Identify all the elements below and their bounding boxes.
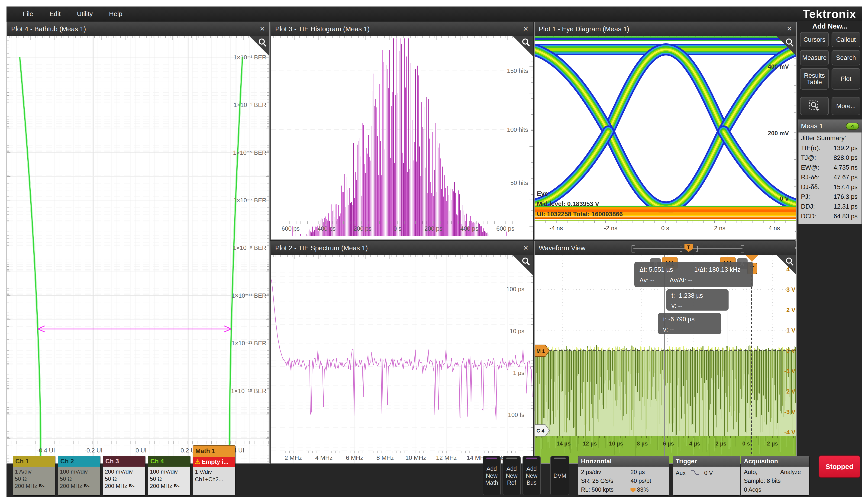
math1-badge[interactable]: Math 1 ⚠ Empty i... 1 V/div Ch1+Ch2... bbox=[193, 445, 235, 495]
add-new-bus-button[interactable]: Add New Bus bbox=[523, 456, 541, 495]
close-icon[interactable]: ✕ bbox=[260, 25, 265, 33]
svg-text:0 s: 0 s bbox=[394, 225, 402, 232]
channel-badge-ch3[interactable]: Ch 3 200 mV/div 50 Ω 200 MHzB↘ bbox=[103, 456, 145, 495]
plot-1-eye-panel: Plot 1 - Eye Diagram (Meas 1) ✕ 400 mV20… bbox=[534, 22, 797, 240]
menu-file[interactable]: File bbox=[23, 10, 33, 18]
zoom-flag-icon[interactable] bbox=[249, 36, 269, 56]
meas1-header[interactable]: Meas 1 4 bbox=[798, 119, 862, 132]
close-icon[interactable]: ✕ bbox=[787, 25, 792, 33]
svg-text:Δt: 5.551 µs: Δt: 5.551 µs bbox=[639, 266, 673, 273]
eye-diagram-plot[interactable]: 400 mV200 mV0 V-4 ns-2 ns0 s2 ns4 nsEyeM… bbox=[535, 36, 796, 239]
meas1-count-badge: 4 bbox=[846, 123, 859, 130]
svg-text:1 ps: 1 ps bbox=[513, 369, 524, 377]
zoom-flag-icon[interactable] bbox=[513, 255, 533, 275]
svg-text:Eye: Eye bbox=[537, 190, 548, 197]
dvm-button[interactable]: DVM bbox=[550, 456, 569, 495]
trigger-settings: Aux 0 V bbox=[673, 467, 740, 495]
svg-text:200 ps: 200 ps bbox=[424, 225, 442, 232]
meas-label: DDJ: bbox=[801, 202, 828, 211]
svg-text:-2 ns: -2 ns bbox=[604, 225, 617, 231]
zoom-flag-icon[interactable] bbox=[513, 36, 533, 56]
zoom-flag-icon[interactable] bbox=[776, 36, 796, 56]
svg-text:-10 µs: -10 µs bbox=[607, 440, 623, 446]
svg-text:-3 V: -3 V bbox=[784, 408, 795, 415]
svg-text:t: -1.238 µs: t: -1.238 µs bbox=[671, 292, 703, 299]
close-icon[interactable]: ✕ bbox=[523, 244, 529, 252]
menu-utility[interactable]: Utility bbox=[77, 10, 93, 18]
add-new-title: Add New... bbox=[798, 22, 862, 30]
horizontal-position-indicator[interactable]: T bbox=[631, 244, 744, 253]
channel-badge-ch4[interactable]: Ch 4 100 mV/div 50 Ω 200 MHzB↘ bbox=[148, 456, 190, 495]
results-table-button[interactable]: Results Table bbox=[800, 68, 829, 89]
meas-value: 64.83 ps bbox=[828, 211, 859, 221]
bathtub-plot[interactable]: 1×10⁻¹ BER1×10⁻³ BER1×10⁻⁵ BER1×10⁻⁷ BER… bbox=[7, 36, 269, 463]
svg-text:100 hits: 100 hits bbox=[507, 126, 528, 133]
spectrum-chart: 100 ps10 ps1 ps100 fs2 MHz4 MHz6 MHz8 MH… bbox=[271, 255, 533, 463]
ch2-settings: 100 mV/div 50 Ω 200 MHzB↘ bbox=[58, 467, 100, 495]
meas-value: 47.67 ps bbox=[828, 172, 859, 182]
svg-text:-6 µs: -6 µs bbox=[661, 440, 674, 446]
plot-4-title: Plot 4 - Bathtub (Meas 1) bbox=[11, 25, 86, 33]
trigger-panel[interactable]: Trigger Aux 0 V bbox=[673, 456, 740, 495]
jitter-summary-title: Jitter Summary' bbox=[801, 134, 859, 142]
svg-text:400 ps: 400 ps bbox=[460, 225, 479, 232]
plot-1-header[interactable]: Plot 1 - Eye Diagram (Meas 1) ✕ bbox=[535, 22, 796, 36]
svg-text:M 1: M 1 bbox=[537, 348, 545, 354]
svg-text:600 ps: 600 ps bbox=[496, 225, 514, 232]
more-button[interactable]: More... bbox=[831, 97, 860, 115]
plot-4-header[interactable]: Plot 4 - Bathtub (Meas 1) ✕ bbox=[7, 22, 269, 36]
spectrum-plot[interactable]: 100 ps10 ps1 ps100 fs2 MHz4 MHz6 MHz8 MH… bbox=[271, 255, 533, 463]
add-new-math-button[interactable]: Add New Math bbox=[483, 456, 501, 495]
menu-help[interactable]: Help bbox=[109, 10, 123, 18]
meas1-results-panel[interactable]: Meas 1 4 Jitter Summary' TIE(σ):139.2 ps… bbox=[798, 119, 862, 224]
svg-text:150 hits: 150 hits bbox=[507, 67, 528, 74]
cursors-button[interactable]: Cursors bbox=[800, 32, 829, 47]
meas-label: EW@: bbox=[801, 162, 828, 172]
trigger-position-icon[interactable]: T bbox=[684, 244, 693, 252]
trigger-title: Trigger bbox=[673, 456, 740, 467]
bathtub-chart: 1×10⁻¹ BER1×10⁻³ BER1×10⁻⁵ BER1×10⁻⁷ BER… bbox=[7, 36, 269, 463]
waveform-chart: -14 µs-12 µs-10 µs-8 µs-6 µs-4 µs-2 µs0 … bbox=[535, 255, 796, 463]
svg-text:100 fs: 100 fs bbox=[508, 411, 524, 418]
menu-edit[interactable]: Edit bbox=[49, 10, 60, 18]
channel-badge-ch1[interactable]: Ch 1 1 A/div 50 Ω 200 MHzB↘ bbox=[13, 456, 55, 495]
svg-text:1/Δt: 180.13 kHz: 1/Δt: 180.13 kHz bbox=[694, 266, 741, 273]
plot-button[interactable]: Plot bbox=[831, 68, 860, 89]
svg-text:v: --: v: -- bbox=[671, 302, 682, 309]
svg-text:-4 V: -4 V bbox=[784, 429, 795, 436]
svg-text:100 ps: 100 ps bbox=[506, 286, 524, 293]
eye-diagram-chart: 400 mV200 mV0 V-4 ns-2 ns0 s2 ns4 nsEyeM… bbox=[535, 36, 796, 239]
waveform-plot[interactable]: -14 µs-12 µs-10 µs-8 µs-6 µs-4 µs-2 µs0 … bbox=[535, 255, 796, 463]
waveform-header[interactable]: Waveform View T bbox=[535, 241, 796, 255]
svg-text:1×10⁻⁵ BER: 1×10⁻⁵ BER bbox=[233, 149, 266, 156]
svg-text:-2 µs: -2 µs bbox=[713, 440, 726, 446]
panel-splitter-handle[interactable] bbox=[795, 230, 797, 249]
svg-text:200 mV: 200 mV bbox=[768, 130, 789, 137]
falling-edge-icon bbox=[691, 468, 699, 479]
close-icon[interactable]: ✕ bbox=[523, 25, 529, 33]
run-stop-status-button[interactable]: Stopped bbox=[819, 455, 860, 478]
zoom-flag-icon[interactable] bbox=[776, 255, 796, 275]
channel-badge-ch2[interactable]: Ch 2 100 mV/div 50 Ω 200 MHzB↘ bbox=[58, 456, 100, 495]
measure-button[interactable]: Measure bbox=[800, 50, 829, 66]
bracket-right bbox=[741, 245, 744, 253]
plot-2-header[interactable]: Plot 2 - TIE Spectrum (Meas 1) ✕ bbox=[271, 241, 533, 255]
plot-3-header[interactable]: Plot 3 - TIE Histogram (Meas 1) ✕ bbox=[271, 22, 533, 36]
svg-text:50 hits: 50 hits bbox=[510, 179, 528, 186]
callout-button[interactable]: Callout bbox=[831, 32, 860, 47]
add-new-ref-button[interactable]: Add New Ref bbox=[502, 456, 521, 495]
search-button[interactable]: Search bbox=[831, 50, 860, 66]
trigger-bracket-left bbox=[680, 246, 682, 252]
svg-text:-200 ps: -200 ps bbox=[352, 225, 372, 232]
ch2-header: Ch 2 bbox=[58, 456, 100, 467]
meas-value: 828.0 ps bbox=[828, 153, 859, 162]
svg-text:-12 µs: -12 µs bbox=[581, 440, 597, 446]
svg-text:-2 V: -2 V bbox=[784, 388, 795, 395]
menu-bar: File Edit Utility Help Tektronix bbox=[6, 6, 862, 22]
marquee-zoom-icon bbox=[808, 100, 821, 112]
acquisition-panel[interactable]: Acquisition Auto,Analyze Sample: 8 bits … bbox=[741, 456, 809, 495]
tektronix-logo: Tektronix bbox=[803, 8, 856, 21]
histogram-plot[interactable]: 150 hits100 hits50 hits-600 ps-400 ps-20… bbox=[271, 36, 533, 239]
marquee-zoom-button[interactable] bbox=[800, 97, 829, 115]
horizontal-panel[interactable]: Horizontal 2 µs/div20 µs SR: 25 GS/s40 p… bbox=[578, 456, 669, 495]
